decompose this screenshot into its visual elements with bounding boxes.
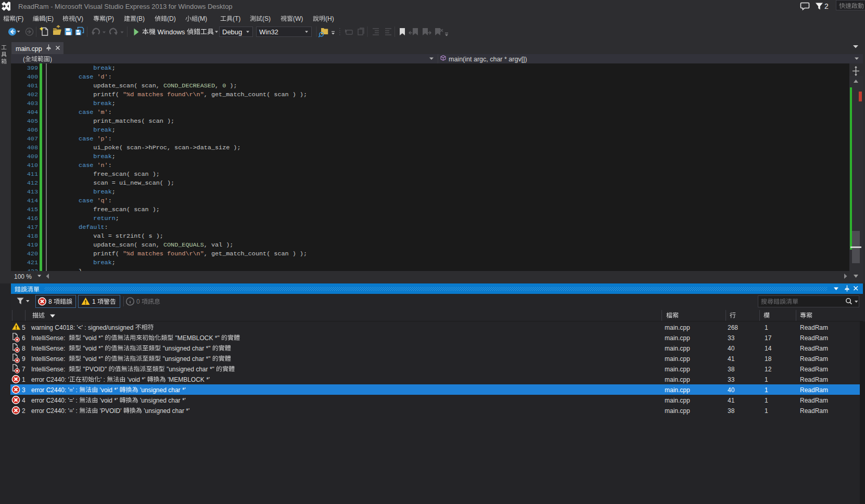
svg-text:main.cpp: main.cpp xyxy=(665,376,690,383)
svg-text:'p': 'p' xyxy=(97,135,108,143)
svg-text:case: case xyxy=(79,109,93,116)
svg-text:406: 406 xyxy=(27,126,38,134)
svg-text:420: 420 xyxy=(27,250,38,257)
svg-text:;: ; xyxy=(112,126,116,134)
svg-text:"%d matches found\r\n": "%d matches found\r\n" xyxy=(123,91,204,98)
svg-text:(W): (W) xyxy=(293,15,303,22)
svg-text:COND_DECREASED: COND_DECREASED xyxy=(163,82,215,89)
svg-text:(P): (P) xyxy=(106,15,114,22)
svg-text:"MEMBLOCK *": "MEMBLOCK *" xyxy=(173,334,221,342)
svg-text:IntelliSense:: IntelliSense: xyxy=(31,366,69,373)
svg-text:(B): (B) xyxy=(136,15,145,22)
svg-text:"PVOID": "PVOID" xyxy=(81,366,109,373)
svg-text:'void *': 'void *' xyxy=(98,386,119,394)
svg-text:418: 418 xyxy=(27,232,38,240)
svg-text:400: 400 xyxy=(27,73,38,81)
svg-text:"unsigned char *": "unsigned char *" xyxy=(161,355,212,363)
svg-text:error C2440: '=' :: error C2440: '=' : xyxy=(31,397,79,404)
svg-text:main.cpp: main.cpp xyxy=(665,345,690,352)
svg-text:399: 399 xyxy=(27,64,38,72)
svg-text:1: 1 xyxy=(765,324,768,331)
svg-text:14: 14 xyxy=(765,345,772,352)
svg-text:8: 8 xyxy=(22,345,26,352)
svg-text:18: 18 xyxy=(765,355,772,363)
svg-text:;: ; xyxy=(112,259,116,266)
svg-text:8: 8 xyxy=(48,298,54,305)
svg-text:ReadRam - Microsoft Visual Stu: ReadRam - Microsoft Visual Studio Expres… xyxy=(18,3,233,10)
svg-text:): ) xyxy=(50,56,52,63)
svg-text:IntelliSense:: IntelliSense: xyxy=(31,334,69,342)
svg-text:(V): (V) xyxy=(75,15,83,22)
svg-text:"void *": "void *" xyxy=(81,345,105,352)
svg-text:Win32: Win32 xyxy=(259,28,278,36)
svg-text:7: 7 xyxy=(22,366,26,373)
svg-text:IntelliSense:: IntelliSense: xyxy=(31,355,69,363)
svg-text:Debug: Debug xyxy=(222,28,242,36)
svg-text:main.cpp: main.cpp xyxy=(665,355,690,363)
svg-text:410: 410 xyxy=(27,162,38,169)
svg-text:"%d matches found\r\n": "%d matches found\r\n" xyxy=(123,250,204,257)
svg-text:printf(: printf( xyxy=(93,250,123,257)
svg-text:(D): (D) xyxy=(167,15,176,22)
svg-text:"void *": "void *" xyxy=(81,334,105,342)
svg-text:update_scan( scan,: update_scan( scan, xyxy=(93,82,163,89)
svg-text:'unsigned char *': 'unsigned char *' xyxy=(138,397,186,404)
svg-text:2: 2 xyxy=(824,2,829,10)
svg-text:'void *': 'void *' xyxy=(98,397,119,404)
svg-text:print_matches( scan );: print_matches( scan ); xyxy=(93,118,174,125)
svg-text:1: 1 xyxy=(765,397,768,404)
svg-text:ReadRam: ReadRam xyxy=(800,355,828,363)
svg-text:(E): (E) xyxy=(45,15,54,22)
svg-text:(M): (M) xyxy=(198,15,207,22)
svg-text:'unsigned char *': 'unsigned char *' xyxy=(138,386,186,394)
svg-text:'PVOID': 'PVOID' xyxy=(98,407,123,415)
svg-text:"unsigned char *": "unsigned char *" xyxy=(165,366,217,373)
svg-text:;: ; xyxy=(112,153,116,160)
svg-text:, get_match_count( scan ) );: , get_match_count( scan ) ); xyxy=(204,250,307,257)
svg-text:);: ); xyxy=(230,82,237,89)
svg-text:;: ; xyxy=(112,100,116,107)
svg-text:268: 268 xyxy=(728,324,738,331)
svg-text:case: case xyxy=(79,162,93,169)
svg-text:break: break xyxy=(93,100,111,107)
svg-text:,: , xyxy=(215,82,219,89)
svg-text:'n': 'n' xyxy=(97,162,108,169)
svg-text:free_scan( scan );: free_scan( scan ); xyxy=(93,171,159,178)
svg-text:Windows: Windows xyxy=(156,28,187,36)
svg-text:'m': 'm' xyxy=(97,109,108,116)
svg-text:405: 405 xyxy=(27,118,38,125)
svg-text:404: 404 xyxy=(27,109,38,116)
svg-text:return: return xyxy=(93,215,115,222)
svg-text:COND_EQUALS: COND_EQUALS xyxy=(163,241,204,249)
svg-text:41: 41 xyxy=(728,355,735,363)
svg-text:ui_poke( scan->hProc, scan->da: ui_poke( scan->hProc, scan->data_size ); xyxy=(93,144,240,151)
svg-text:1: 1 xyxy=(22,376,26,383)
svg-text:;: ; xyxy=(116,215,119,222)
svg-text:;: ; xyxy=(112,64,116,72)
svg-text:break: break xyxy=(93,259,111,266)
svg-text:(S): (S) xyxy=(262,15,271,22)
svg-text:17: 17 xyxy=(765,334,772,342)
svg-text:4: 4 xyxy=(22,397,26,404)
svg-text:417: 417 xyxy=(27,224,38,231)
svg-text:error C2440: '=' :: error C2440: '=' : xyxy=(31,386,79,394)
svg-text:1: 1 xyxy=(765,386,768,394)
svg-text:main.cpp: main.cpp xyxy=(665,386,690,394)
svg-text:(F): (F) xyxy=(16,15,23,22)
svg-text:;: ; xyxy=(112,188,116,196)
svg-text:40: 40 xyxy=(728,345,735,352)
svg-text::: : xyxy=(108,109,112,116)
svg-text:1: 1 xyxy=(765,376,768,383)
svg-text:update_scan( scan,: update_scan( scan, xyxy=(93,241,163,249)
svg-text:402: 402 xyxy=(27,91,38,98)
svg-text:ReadRam: ReadRam xyxy=(800,386,828,394)
svg-text:'void *': 'void *' xyxy=(125,376,147,383)
svg-text:38: 38 xyxy=(728,366,735,373)
svg-text::: : xyxy=(108,197,112,204)
svg-text:IntelliSense:: IntelliSense: xyxy=(31,345,69,352)
svg-text:main.cpp: main.cpp xyxy=(665,334,690,342)
svg-text::: : xyxy=(108,73,112,81)
svg-text:free_scan( scan );: free_scan( scan ); xyxy=(93,206,159,213)
svg-text:main.cpp: main.cpp xyxy=(665,366,690,373)
svg-text:411: 411 xyxy=(27,171,38,178)
